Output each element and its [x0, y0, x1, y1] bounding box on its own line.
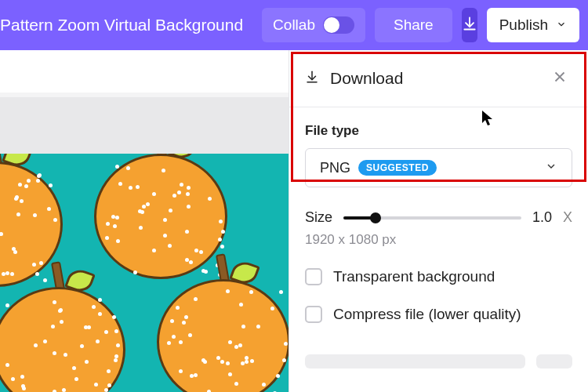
collab-button[interactable]: Collab: [262, 8, 365, 42]
download-icon: [305, 70, 319, 87]
panel-body: File type PNG SUGGESTED Size 1.0 X 1920 …: [289, 107, 588, 368]
suggested-badge: SUGGESTED: [358, 160, 437, 176]
file-type-label: File type: [305, 123, 572, 139]
size-multiplier: X: [563, 209, 572, 226]
app-header: Pattern Zoom Virtual Background Collab S…: [0, 0, 588, 50]
dimensions-text: 1920 x 1080 px: [305, 232, 572, 248]
share-button[interactable]: Share: [375, 8, 452, 42]
chevron-down-icon: [545, 160, 557, 176]
publish-button[interactable]: Publish: [487, 8, 579, 42]
compress-file-option[interactable]: Compress file (lower quality): [305, 306, 572, 323]
close-button[interactable]: [549, 67, 571, 89]
size-row: Size 1.0 X: [305, 209, 572, 226]
canvas-area: [0, 97, 289, 392]
download-icon: [462, 16, 477, 35]
collab-toggle[interactable]: [323, 16, 354, 34]
size-value: 1.0: [532, 209, 552, 226]
file-type-value: PNG: [320, 160, 350, 176]
checkbox[interactable]: [305, 306, 322, 323]
transparent-bg-label: Transparent background: [333, 268, 495, 285]
transparent-bg-option[interactable]: Transparent background: [305, 268, 572, 285]
close-icon: [551, 68, 568, 89]
collab-label: Collab: [273, 16, 315, 34]
panel-header: Download: [289, 50, 588, 107]
size-slider[interactable]: [343, 216, 521, 220]
download-panel: Download File type PNG SUGGESTED Size 1.…: [289, 50, 588, 392]
loading-placeholder: [305, 354, 572, 368]
slider-thumb[interactable]: [370, 212, 381, 223]
download-button[interactable]: [462, 8, 477, 42]
checkbox[interactable]: [305, 268, 322, 285]
size-label: Size: [305, 209, 332, 226]
file-type-select[interactable]: PNG SUGGESTED: [305, 148, 572, 187]
chevron-down-icon: [556, 16, 567, 34]
canvas-preview[interactable]: [0, 154, 289, 392]
panel-title: Download: [330, 69, 403, 88]
document-title[interactable]: Pattern Zoom Virtual Background: [0, 16, 243, 34]
compress-file-label: Compress file (lower quality): [333, 306, 521, 323]
